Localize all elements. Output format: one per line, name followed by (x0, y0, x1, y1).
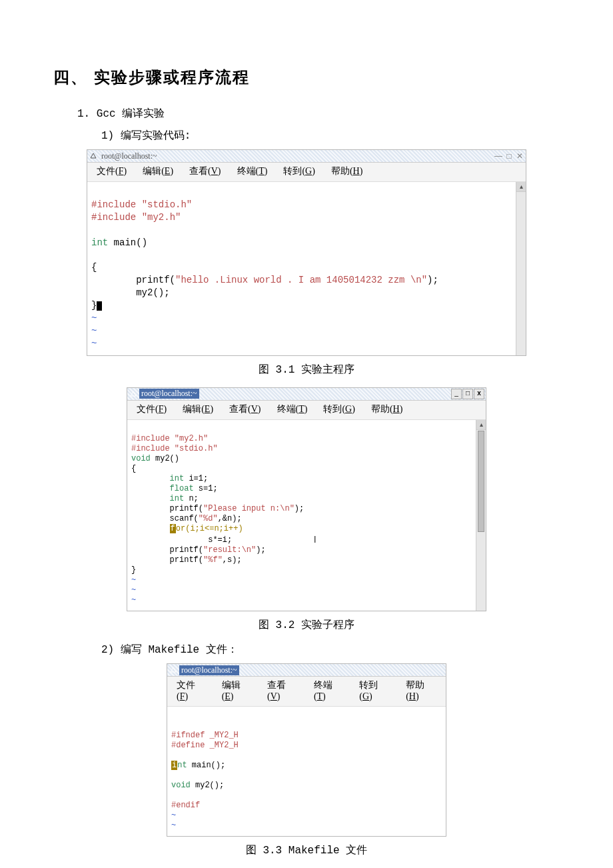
menu-help[interactable]: 帮助(H) (331, 165, 362, 177)
code-block-main: #include "stdio.h" #include "my2.h" int … (87, 182, 526, 355)
code-text: #include (131, 434, 175, 443)
code-text: main() (108, 237, 147, 248)
step-1-1: 1) 编写实验代码: (101, 129, 560, 143)
vim-tilde: ~ (91, 313, 97, 323)
code-text: "%f" (203, 555, 223, 565)
menu-edit[interactable]: 编辑(E) (143, 165, 173, 177)
code-text: scanf( (131, 514, 199, 523)
titlebar-2: root@localhost:~ _ □ x (127, 388, 486, 401)
code-text: "result:\n" (203, 545, 256, 555)
step-1: 1. Gcc 编译实验 (77, 107, 560, 121)
close-button[interactable]: ✕ (515, 151, 524, 161)
vim-tilde: ~ (91, 338, 97, 349)
window-title: root@localhost:~ (99, 151, 159, 161)
menu-go[interactable]: 转到(G) (359, 679, 390, 702)
code-text: { (91, 262, 97, 273)
app-icon (169, 665, 178, 675)
menubar: 文件(F) 编辑(E) 查看(V) 终端(T) 转到(G) 帮助(H) (87, 163, 526, 182)
terminal-window-1: root@localhost:~ — □ ✕ 文件(F) 编辑(E) 查看(V)… (87, 149, 526, 356)
menu-terminal[interactable]: 终端(T) (237, 165, 268, 177)
code-text: "Please input n:\n" (203, 504, 295, 513)
window-title: root@localhost:~ (139, 389, 199, 399)
code-text (131, 524, 170, 533)
code-text: "stdio.h" (175, 444, 218, 453)
code-text: } (131, 565, 136, 575)
code-text: "my2.h" (142, 212, 181, 223)
code-text: float (131, 484, 194, 493)
code-text: ,&n); (218, 514, 242, 523)
menu-go[interactable]: 转到(G) (323, 403, 354, 415)
code-text: ); (295, 504, 304, 513)
menu-view[interactable]: 查看(V) (189, 165, 221, 177)
code-text: f (170, 524, 176, 533)
code-text: { (131, 464, 136, 473)
code-text: #define _MY2_H (171, 741, 239, 750)
menu-file[interactable]: 文件(F) (137, 403, 167, 415)
code-text: nt (177, 761, 187, 770)
code-text: int (131, 474, 184, 483)
code-block-sub: #include "my2.h" #include "stdio.h" void… (127, 420, 486, 611)
minimize-button[interactable]: _ (451, 389, 462, 399)
code-text: int (131, 494, 184, 503)
code-text: #include (91, 212, 142, 223)
code-text: printf( (91, 275, 175, 285)
code-text: "hello .Linux world . I am 1405014232 zz… (175, 275, 427, 285)
menubar: 文件(F) 编辑(E) 查看(V) 终端(T) 转到(G) 帮助(H) (127, 401, 486, 420)
code-block-makefile: #ifndef _MY2_H #define _MY2_H int main()… (167, 707, 446, 836)
code-text: ,s); (223, 555, 242, 565)
step-1-2: 2) 编写 Makefile 文件： (101, 643, 560, 657)
app-icon (129, 389, 138, 399)
code-text: "%d" (199, 514, 218, 523)
code-text: n; (184, 494, 199, 503)
terminal-window-2: root@localhost:~ _ □ x 文件(F) 编辑(E) 查看(V)… (127, 387, 486, 612)
menu-go[interactable]: 转到(G) (283, 165, 314, 177)
code-text: my2(); (91, 287, 170, 298)
menu-file[interactable]: 文件(F) (177, 679, 206, 702)
code-text: #include (91, 199, 142, 210)
code-text: #include (131, 444, 175, 453)
titlebar-1: root@localhost:~ — □ ✕ (87, 150, 526, 163)
code-text: "stdio.h" (142, 199, 193, 210)
code-text: #endif (171, 801, 200, 810)
menu-help[interactable]: 帮助(H) (406, 679, 436, 702)
menu-view[interactable]: 查看(V) (267, 679, 298, 702)
code-text: "my2.h" (175, 434, 208, 443)
vim-tilde: ~ (131, 595, 136, 605)
code-text: printf( (131, 545, 203, 555)
menu-terminal[interactable]: 终端(T) (314, 679, 343, 702)
code-text: my2() (151, 454, 179, 463)
menu-edit[interactable]: 编辑(E) (222, 679, 251, 702)
vim-tilde: ~ (171, 821, 176, 830)
maximize-button[interactable]: □ (462, 389, 473, 399)
figure-caption-3: 图 3.3 Makefile 文件 (53, 843, 560, 857)
section-heading: 四、 实验步骤或程序流程 (53, 67, 560, 88)
figure-caption-2: 图 3.2 实验子程序 (53, 618, 560, 632)
titlebar-3: root@localhost:~ (167, 664, 446, 677)
close-button[interactable]: x (474, 389, 484, 399)
vim-tilde: ~ (131, 575, 136, 585)
code-text: ); (256, 545, 265, 555)
cursor-icon (97, 301, 102, 311)
code-text: printf( (131, 555, 203, 565)
code-text: i (171, 761, 177, 770)
menu-terminal[interactable]: 终端(T) (277, 403, 308, 415)
menubar: 文件(F) 编辑(E) 查看(V) 终端(T) 转到(G) 帮助(H) (167, 677, 446, 707)
menu-help[interactable]: 帮助(H) (371, 403, 402, 415)
menu-view[interactable]: 查看(V) (229, 403, 261, 415)
maximize-button[interactable]: □ (504, 151, 514, 161)
minimize-button[interactable]: — (494, 151, 503, 161)
vim-tilde: ~ (91, 325, 97, 336)
window-title: root@localhost:~ (179, 665, 239, 675)
code-text: s=1; (194, 484, 218, 493)
code-text: void (131, 454, 151, 463)
menu-file[interactable]: 文件(F) (97, 165, 127, 177)
code-text: void (171, 781, 191, 790)
code-text: printf( (131, 504, 203, 513)
code-text: #ifndef _MY2_H (171, 731, 239, 740)
code-text: int (91, 237, 108, 248)
menu-edit[interactable]: 编辑(E) (183, 403, 213, 415)
code-text: main(); (187, 761, 226, 770)
code-text: ); (427, 275, 438, 285)
code-text: or(i;i<=n;i++) (176, 524, 243, 533)
code-text: } (91, 300, 97, 311)
